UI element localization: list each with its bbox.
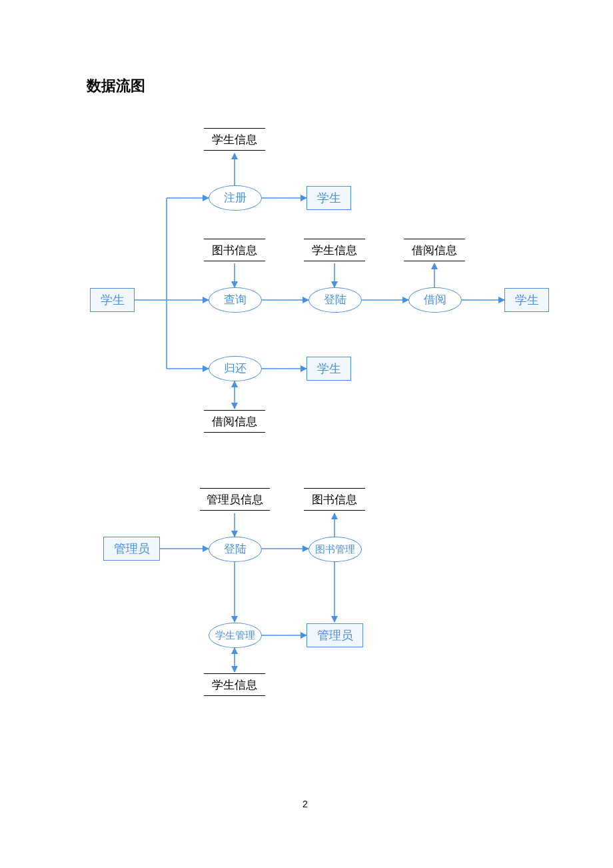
process-borrow: 借阅 <box>408 287 462 313</box>
process-register: 注册 <box>209 185 262 211</box>
datastore-student-info-top: 学生信息 <box>204 128 265 151</box>
datastore-borrow-info-bottom: 借阅信息 <box>204 410 265 433</box>
entity-student-return-out: 学生 <box>306 357 351 381</box>
datastore-student-info-mid: 学生信息 <box>304 239 365 261</box>
process-student-mgmt: 学生管理 <box>209 623 262 648</box>
entity-student-borrow-out: 学生 <box>504 288 549 312</box>
process-login-d2: 登陆 <box>209 537 262 562</box>
entity-admin-left: 管理员 <box>103 537 160 561</box>
datastore-borrow-info-top: 借阅信息 <box>404 239 465 261</box>
entity-admin-right: 管理员 <box>306 623 363 647</box>
entity-student-reg-out: 学生 <box>306 186 351 210</box>
datastore-book-info-d1: 图书信息 <box>204 239 265 261</box>
datastore-book-info-d2: 图书信息 <box>304 488 365 511</box>
entity-student-left: 学生 <box>90 288 135 312</box>
datastore-student-info-d2: 学生信息 <box>204 673 265 696</box>
page-number: 2 <box>303 799 308 809</box>
flow-arrows <box>0 0 613 868</box>
process-return: 归还 <box>209 356 262 381</box>
page-title: 数据流图 <box>87 76 145 96</box>
process-query: 查询 <box>209 287 262 313</box>
process-login-d1: 登陆 <box>308 287 362 313</box>
datastore-admin-info: 管理员信息 <box>200 488 270 511</box>
process-book-mgmt: 图书管理 <box>308 537 362 562</box>
